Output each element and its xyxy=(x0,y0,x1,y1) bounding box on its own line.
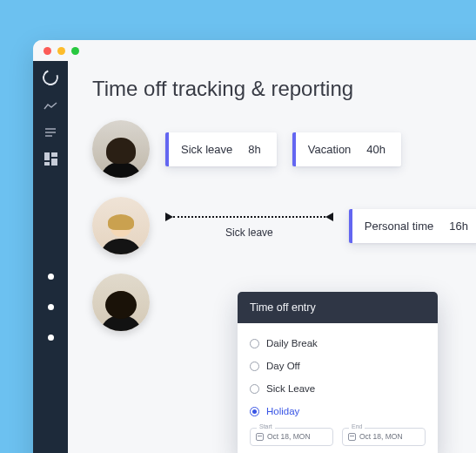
avatar[interactable] xyxy=(92,274,150,331)
entry-option[interactable]: Sick Leave xyxy=(250,377,426,400)
app-logo-icon xyxy=(40,67,61,88)
option-label: Daily Break xyxy=(266,338,318,348)
option-label: Sick Leave xyxy=(266,383,315,394)
date-value: Oct 18, MON xyxy=(359,432,403,441)
card-hours: 8h xyxy=(248,143,260,156)
sidebar xyxy=(33,61,68,453)
page-title: Time off tracking & reporting xyxy=(92,77,476,101)
time-off-card[interactable]: Personal time 16h xyxy=(349,209,476,243)
card-label: Sick leave xyxy=(181,143,232,156)
sidebar-item-analytics[interactable] xyxy=(44,101,57,112)
app-window: Time off tracking & reporting Sick leave… xyxy=(33,40,476,453)
card-label: Personal time xyxy=(365,220,433,233)
calendar-icon xyxy=(348,433,356,441)
avatar[interactable] xyxy=(92,120,150,178)
sidebar-indicator-dot xyxy=(48,274,54,280)
card-label: Vacation xyxy=(308,143,352,156)
entry-option[interactable]: Day Off xyxy=(250,355,426,377)
main-content: Time off tracking & reporting Sick leave… xyxy=(68,61,476,453)
range-start-icon xyxy=(165,213,173,221)
card-hours: 16h xyxy=(449,220,468,233)
svg-rect-0 xyxy=(44,152,50,160)
start-date-input[interactable]: Start Oct 18, MON xyxy=(250,428,333,446)
svg-rect-3 xyxy=(44,162,50,166)
date-value: Oct 18, MON xyxy=(267,432,311,441)
end-date-input[interactable]: End Oct 18, MON xyxy=(342,428,426,446)
user-row: Sick leave Personal time 16h xyxy=(92,197,476,254)
window-titlebar xyxy=(33,40,476,61)
user-row: Sick leave 8h Vacation 40h xyxy=(92,120,476,178)
option-label: Day Off xyxy=(266,361,300,371)
entry-option-selected[interactable]: Holiday xyxy=(250,400,426,423)
time-off-card[interactable]: Vacation 40h xyxy=(292,132,401,166)
sidebar-indicator-dot xyxy=(48,304,54,310)
window-minimize-button[interactable] xyxy=(57,47,65,55)
time-off-entry-panel: Time off entry Daily Break Day Off Sick … xyxy=(238,292,438,453)
option-label: Holiday xyxy=(266,406,299,416)
connector-label: Sick leave xyxy=(225,226,273,239)
field-label: Start xyxy=(257,423,275,429)
sidebar-indicator-dot xyxy=(48,335,54,341)
entry-option[interactable]: Daily Break xyxy=(250,332,426,355)
radio-icon xyxy=(250,384,259,394)
radio-icon xyxy=(250,362,259,371)
card-hours: 40h xyxy=(366,143,385,156)
panel-title: Time off entry xyxy=(238,292,438,323)
avatar[interactable] xyxy=(92,197,150,254)
window-maximize-button[interactable] xyxy=(71,47,79,55)
field-label: End xyxy=(349,423,365,429)
radio-icon xyxy=(250,339,259,348)
radio-icon xyxy=(250,407,259,416)
window-close-button[interactable] xyxy=(44,47,51,55)
time-range-connector: Sick leave xyxy=(165,213,333,239)
svg-rect-2 xyxy=(51,159,57,166)
calendar-icon xyxy=(256,433,264,441)
sidebar-item-tasks[interactable] xyxy=(44,127,57,138)
time-off-card[interactable]: Sick leave 8h xyxy=(165,132,277,166)
sidebar-item-dashboard[interactable] xyxy=(44,153,57,164)
range-end-icon xyxy=(325,213,333,221)
svg-rect-1 xyxy=(51,152,57,157)
